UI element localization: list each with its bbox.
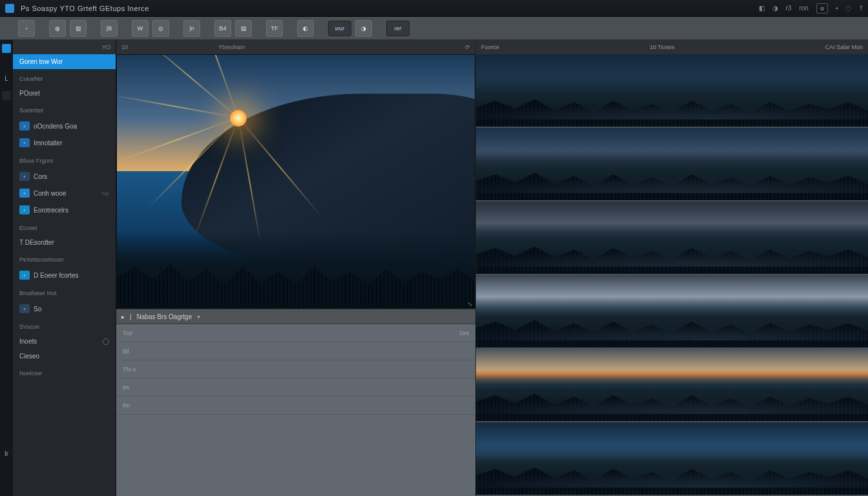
property-label: Ibl (123, 348, 129, 355)
sidebar-item[interactable]: POoret (13, 86, 116, 101)
sidebar-section-label: PeXetscoortousn (13, 250, 116, 267)
sidebar-item[interactable]: ▫Eorotrecelrs (13, 202, 116, 218)
tool-button[interactable]: |B (101, 20, 118, 37)
sidebar-item-icon: ▫ (19, 304, 30, 313)
properties-title: Nabas Brs Oagrtge (137, 313, 192, 320)
sidebar-item-label: Inoets (19, 338, 99, 345)
tool-button[interactable]: ▤ (235, 20, 252, 37)
thumbnail[interactable] (476, 422, 868, 496)
property-row[interactable]: Rn (116, 397, 475, 415)
property-row[interactable]: Ibl (116, 342, 475, 360)
thumbnail[interactable] (476, 128, 868, 202)
sidebar-item-icon: ▫ (19, 121, 30, 130)
sidebar-item[interactable]: T DEsordter (13, 235, 116, 250)
sidebar-item[interactable]: ▫Imnotalter (13, 134, 116, 151)
sidebar-item-label: PeXetscoortousn (19, 256, 109, 263)
sidebar-item[interactable]: ▫Cors (13, 168, 116, 185)
tool-label[interactable]: wur (328, 21, 351, 36)
sidebar-item[interactable]: Cieseo (13, 349, 116, 364)
property-label: Rn (123, 402, 130, 409)
property-row[interactable]: Im (116, 378, 475, 397)
menubar-btn[interactable]: r3 (786, 5, 792, 12)
sidebar-item-label: Ecoset (19, 225, 109, 231)
app-title: Ps Soaspy YTO Grteft GEtups Inerce (21, 5, 149, 12)
sidebar-section-label: SVocon (13, 317, 116, 334)
sidebar-item[interactable]: Inoets (13, 334, 116, 349)
sidebar: YO Goren tow WorCuioeherPOoretSoetrrtter… (13, 40, 116, 496)
sidebar-badge: Sip (101, 191, 109, 196)
sidebar-header: YO (13, 40, 116, 54)
property-label: Tfo s (123, 366, 136, 373)
canvas-area[interactable]: ⤡ (116, 54, 475, 309)
sidebar-item-label: POoret (19, 90, 109, 97)
sidebar-item[interactable]: ▫oOcndens Goa (13, 118, 116, 134)
tool-label[interactable]: rer (386, 21, 409, 36)
property-row[interactable]: TiorOnt (116, 324, 475, 342)
canvas-head-right: Ybreoham (218, 44, 245, 50)
tool-button[interactable]: ◍ (49, 20, 66, 37)
canvas-header: 10 Ybreoham ⟳ (116, 40, 475, 54)
menubar-btn[interactable]: ron (799, 5, 808, 12)
sidebar-section-label: Noelcser (13, 364, 116, 380)
thumbnail[interactable] (476, 275, 868, 349)
property-row[interactable]: Tfo s (116, 360, 475, 378)
sidebar-section-label: Soetrrtter (13, 101, 116, 118)
sidebar-item[interactable]: Goren tow Wor (13, 54, 116, 69)
rail-label: Ir (5, 450, 8, 457)
sidebar-item-label: T DEsordter (19, 239, 109, 246)
menubar-icon[interactable]: ◌ (845, 5, 851, 12)
properties-bar[interactable]: ▸ | Nabas Brs Oagrtge ▾ (116, 309, 475, 324)
preview-canvas[interactable] (116, 54, 475, 309)
sidebar-item-label: SVocon (19, 324, 109, 330)
center-column: 10 Ybreoham ⟳ ⤡ ▸ (116, 40, 475, 496)
tool-button[interactable]: ◎ (152, 20, 169, 37)
right-header: Foorce 10 Tioses CAI Salar Mon (476, 40, 868, 54)
properties-divider: | (130, 313, 132, 320)
menubar-icon[interactable]: ◑ (772, 5, 778, 12)
tool-button[interactable]: ◐ (297, 20, 314, 37)
gear-icon[interactable] (103, 338, 109, 345)
menubar-icon[interactable]: ◧ (759, 5, 765, 12)
thumbnail[interactable] (476, 54, 868, 128)
sidebar-section-label: Bfooe Frgors (13, 151, 116, 168)
menubar: Ps Soaspy YTO Grteft GEtups Inerce ◧ ◑ r… (0, 0, 868, 17)
property-value: Ont (459, 330, 469, 336)
sidebar-item-icon: ▫ (19, 271, 30, 280)
sidebar-section-label: Brusfsewr Inot (13, 284, 116, 300)
sidebar-item-label: oOcndens Goa (34, 123, 109, 130)
rail-tool-icon[interactable] (2, 91, 11, 100)
tool-button[interactable]: ▥ (70, 20, 87, 37)
right-head-mid: 10 Tioses (650, 44, 675, 50)
chevron-down-icon[interactable]: ▾ (197, 313, 200, 320)
tool-button[interactable]: W (132, 20, 149, 37)
canvas-resize-handle[interactable]: ⤡ (468, 301, 473, 307)
properties-icon: ▸ (121, 313, 125, 320)
tool-button[interactable]: TF (266, 20, 283, 37)
canvas-head-left: 10 (121, 44, 128, 50)
sidebar-section-label: Cuioeher (13, 69, 116, 86)
sidebar-item[interactable]: ▫Conh wooeSip (13, 185, 116, 202)
refresh-icon[interactable]: ⟳ (465, 44, 470, 50)
right-panel: Foorce 10 Tioses CAI Salar Mon (475, 40, 868, 496)
menubar-icon[interactable]: † (859, 5, 863, 12)
menubar-icon[interactable]: ▪ (836, 5, 838, 12)
rail-tool-icon[interactable] (2, 44, 11, 53)
sidebar-item[interactable]: ▫D Eoeer fcortes (13, 267, 116, 284)
sidebar-item[interactable]: ▫So (13, 300, 116, 317)
sidebar-item-label: Goren tow Wor (19, 58, 109, 65)
tool-button[interactable]: ◑ (355, 20, 372, 37)
sidebar-item-label: Cuioeher (19, 76, 109, 82)
menubar-box-button[interactable]: o (816, 3, 828, 14)
thumbnail[interactable] (476, 202, 868, 275)
tool-rail: L Ir (0, 40, 13, 496)
sidebar-item-label: Soetrrtter (19, 107, 109, 114)
tool-button[interactable]: B4 (214, 20, 231, 37)
tool-button[interactable]: |n (183, 20, 200, 37)
sidebar-item-icon: ▫ (19, 138, 30, 147)
menubar-right: ◧ ◑ r3 ron o ▪ ◌ † (759, 3, 863, 14)
thumbnail[interactable] (476, 349, 868, 422)
property-label: Tior (123, 330, 132, 336)
tool-button[interactable]: ▫ (18, 20, 35, 37)
right-head-right: CAI Salar Mon (825, 44, 863, 50)
property-label: Im (123, 384, 129, 391)
